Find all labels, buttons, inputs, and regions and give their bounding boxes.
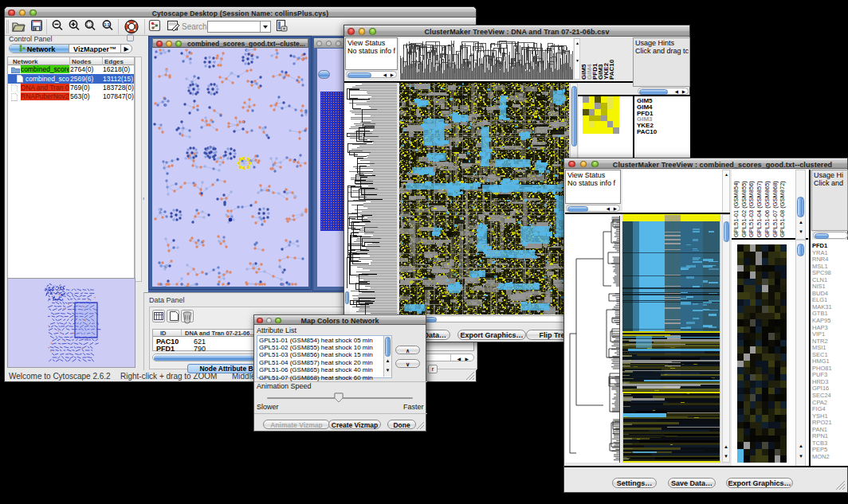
svg-text:1:1: 1:1 (104, 22, 109, 27)
svg-text:GPL51-06 (GSM865): GPL51-06 (GSM865) (764, 181, 771, 237)
svg-text:GPL51-07 (GSM868): GPL51-07 (GSM868) (771, 181, 779, 237)
svg-text:PAC10: PAC10 (608, 59, 615, 80)
svg-text:GPL51-02 (GSM855): GPL51-02 (GSM855) (740, 181, 748, 237)
svg-text:GPL51-03 (GSM856): GPL51-03 (GSM856) (748, 181, 755, 237)
svg-text:GPL51-08 (GSM872): GPL51-08 (GSM872) (779, 181, 786, 237)
svg-text:GPL51-04 (GSM857): GPL51-04 (GSM857) (756, 181, 763, 237)
svg-text:GPL51-01 (GSM854): GPL51-01 (GSM854) (732, 181, 740, 237)
